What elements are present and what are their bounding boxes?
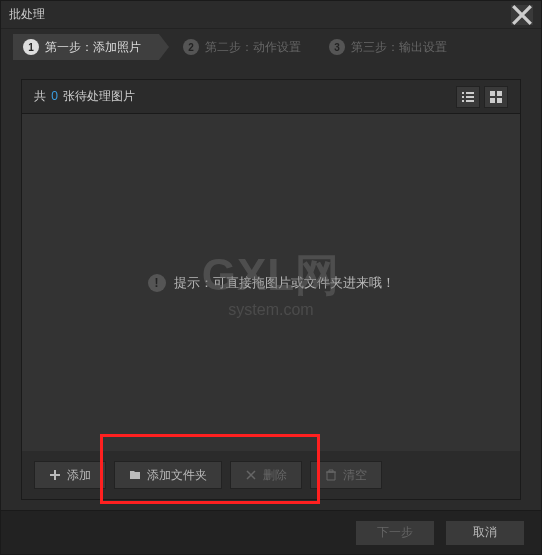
svg-rect-4 bbox=[462, 100, 464, 102]
cancel-button[interactable]: 取消 bbox=[445, 520, 525, 546]
svg-rect-7 bbox=[497, 91, 502, 96]
clear-button[interactable]: 清空 bbox=[310, 461, 382, 489]
step-2: 2 第二步：动作设置 bbox=[173, 34, 319, 60]
add-folder-button[interactable]: 添加文件夹 bbox=[114, 461, 222, 489]
delete-button[interactable]: 删除 bbox=[230, 461, 302, 489]
next-button[interactable]: 下一步 bbox=[355, 520, 435, 546]
footer: 下一步 取消 bbox=[1, 510, 541, 554]
step-num-icon: 3 bbox=[329, 39, 345, 55]
step-3: 3 第三步：输出设置 bbox=[319, 34, 465, 60]
step-num-icon: 2 bbox=[183, 39, 199, 55]
step-breadcrumb: 1 第一步：添加照片 2 第二步：动作设置 3 第三步：输出设置 bbox=[1, 29, 541, 65]
titlebar: 批处理 bbox=[1, 1, 541, 29]
drop-hint: ! 提示：可直接拖图片或文件夹进来哦！ bbox=[148, 274, 395, 292]
content-area: 共 0 张待处理图片 GXL网 system.com bbox=[1, 65, 541, 510]
svg-rect-9 bbox=[497, 98, 502, 103]
svg-rect-2 bbox=[462, 96, 464, 98]
step-num-icon: 1 bbox=[23, 39, 39, 55]
svg-rect-8 bbox=[490, 98, 495, 103]
step-label: 第一步：添加照片 bbox=[45, 39, 141, 56]
close-button[interactable] bbox=[511, 5, 533, 25]
svg-rect-1 bbox=[466, 92, 474, 94]
window-title: 批处理 bbox=[9, 6, 511, 23]
svg-rect-6 bbox=[490, 91, 495, 96]
dropzone[interactable]: GXL网 system.com ! 提示：可直接拖图片或文件夹进来哦！ bbox=[22, 114, 520, 451]
pending-count: 共 0 张待处理图片 bbox=[34, 88, 135, 105]
list-icon bbox=[461, 90, 475, 104]
step-label: 第二步：动作设置 bbox=[205, 39, 301, 56]
step-label: 第三步：输出设置 bbox=[351, 39, 447, 56]
view-toggle-group bbox=[456, 86, 508, 108]
info-icon: ! bbox=[148, 274, 166, 292]
add-button[interactable]: 添加 bbox=[34, 461, 106, 489]
list-header: 共 0 张待处理图片 bbox=[22, 80, 520, 114]
content-box: 共 0 张待处理图片 GXL网 system.com bbox=[21, 79, 521, 500]
svg-rect-3 bbox=[466, 96, 474, 98]
step-1[interactable]: 1 第一步：添加照片 bbox=[13, 34, 159, 60]
folder-icon bbox=[129, 469, 141, 481]
trash-icon bbox=[325, 469, 337, 481]
svg-rect-5 bbox=[466, 100, 474, 102]
batch-window: 批处理 1 第一步：添加照片 2 第二步：动作设置 3 第三步：输出设置 共 0… bbox=[0, 0, 542, 555]
grid-view-button[interactable] bbox=[484, 86, 508, 108]
plus-icon bbox=[49, 469, 61, 481]
delete-icon bbox=[245, 469, 257, 481]
toolbar: 添加 添加文件夹 删除 清空 bbox=[22, 451, 520, 499]
svg-rect-0 bbox=[462, 92, 464, 94]
list-view-button[interactable] bbox=[456, 86, 480, 108]
grid-icon bbox=[489, 90, 503, 104]
close-icon bbox=[511, 4, 533, 26]
